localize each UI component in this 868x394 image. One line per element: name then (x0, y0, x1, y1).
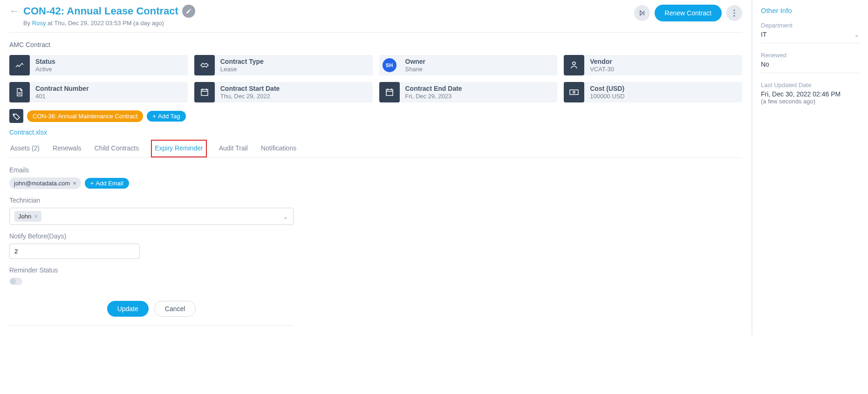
contract-number-card: Contract Number 401 (9, 82, 188, 102)
user-icon (569, 60, 579, 70)
start-date-icon (194, 82, 215, 102)
contract-type-card: Contract Type Lease (194, 55, 373, 75)
emails-label: Emails (9, 166, 294, 174)
department-label: Department (761, 22, 860, 29)
chart-line-icon (14, 60, 25, 70)
last-updated-ago: (a few seconds ago) (761, 98, 860, 105)
last-updated-label: Last Updated Date (761, 82, 860, 88)
add-tag-button[interactable]: + Add Tag (147, 111, 185, 122)
renewed-label: Renewed (761, 52, 860, 59)
tab-assets[interactable]: Assets (2) (9, 140, 41, 157)
end-date-icon (379, 82, 400, 102)
handshake-icon (199, 60, 210, 70)
cost-icon (564, 82, 584, 102)
technician-label: Technician (9, 197, 294, 204)
tab-child-contracts[interactable]: Child Contracts (94, 140, 140, 157)
notify-before-input[interactable] (9, 244, 140, 259)
author-link[interactable]: Rosy (32, 20, 46, 27)
last-updated-value: Fri, Dec 30, 2022 02:46 PM (761, 90, 860, 98)
tag-icon (9, 109, 23, 123)
vendor-icon (564, 55, 584, 75)
document-icon (15, 88, 24, 97)
update-button[interactable]: Update (107, 301, 149, 317)
owner-card: SH Owner Shane (379, 55, 558, 75)
attachment-link[interactable]: Contract.xlsx (9, 129, 47, 136)
svg-point-7 (573, 91, 575, 93)
status-card: Status Active (9, 55, 188, 75)
department-select[interactable]: IT ⌄ (761, 31, 860, 38)
tag-row: CON-36: Annual Maintenance Contract + Ad… (9, 109, 742, 123)
svg-point-1 (734, 13, 735, 14)
email-chip: john@motadata.com × (9, 177, 81, 189)
reminder-status-label: Reminder Status (9, 266, 294, 274)
page-title: CON-42: Annual Lease Contract (23, 5, 178, 17)
more-actions-button[interactable] (726, 5, 742, 21)
start-date-card: Contract Start Date Thu, Dec 29, 2022 (194, 82, 373, 102)
related-contract-chip[interactable]: CON-36: Annual Maintenance Contract (27, 110, 143, 122)
plus-icon: + (90, 180, 94, 187)
end-date-card: Contract End Date Fri, Dec 29, 2023 (379, 82, 558, 102)
plus-icon: + (152, 113, 156, 120)
page-header: ← CON-42: Annual Lease Contract By Rosy … (9, 5, 742, 33)
vendor-card: Vendor VCAT-30 (564, 55, 742, 75)
tab-expiry-reminder[interactable]: Expiry Reminder (151, 140, 206, 157)
back-arrow-icon[interactable]: ← (9, 5, 20, 17)
svg-point-2 (734, 15, 735, 17)
add-email-button[interactable]: + Add Email (85, 178, 129, 189)
other-info-sidebar: Other Info Department IT ⌄ Renewed No La… (752, 0, 868, 335)
technician-chip: John × (14, 211, 41, 222)
sidebar-title: Other Info (761, 7, 860, 14)
renewed-value: No (761, 61, 860, 68)
pencil-icon (185, 8, 192, 14)
money-icon (569, 88, 579, 97)
svg-rect-4 (201, 89, 208, 95)
remove-email-icon[interactable]: × (73, 180, 76, 187)
contract-number-icon (9, 82, 30, 102)
svg-point-3 (573, 62, 575, 65)
svg-rect-5 (386, 89, 393, 95)
calendar-icon (385, 88, 394, 97)
cancel-button[interactable]: Cancel (154, 301, 196, 317)
chevron-down-icon: ⌄ (854, 31, 860, 38)
toggle-knob (10, 279, 16, 284)
reminder-status-toggle[interactable] (9, 278, 22, 285)
chevron-down-icon: ⌄ (283, 213, 288, 220)
tag-shape-icon (12, 112, 21, 120)
status-icon (9, 55, 30, 75)
technician-select[interactable]: John × ⌄ (9, 208, 294, 225)
svg-rect-6 (570, 90, 578, 95)
tab-notifications[interactable]: Notifications (260, 140, 297, 157)
remove-technician-icon[interactable]: × (34, 213, 38, 220)
tab-audit-trail[interactable]: Audit Trail (218, 140, 249, 157)
more-vertical-icon (733, 9, 735, 17)
cost-card: Cost (USD) 100000 USD (564, 82, 742, 102)
calendar-icon (200, 88, 209, 97)
owner-avatar: SH (383, 58, 396, 72)
page-subtitle: By Rosy at Thu, Dec 29, 2022 03:53 PM (a… (23, 20, 195, 27)
skip-button[interactable] (634, 5, 650, 21)
renew-contract-button[interactable]: Renew Contract (655, 5, 722, 21)
contract-type-icon (194, 55, 215, 75)
notify-before-label: Notify Before(Days) (9, 232, 294, 240)
tab-renewals[interactable]: Renewals (52, 140, 82, 157)
tab-bar: Assets (2) Renewals Child Contracts Expi… (9, 140, 742, 158)
skip-forward-icon (639, 10, 645, 16)
svg-point-0 (734, 10, 735, 11)
edit-button[interactable] (182, 5, 195, 18)
contract-category: AMC Contract (9, 41, 742, 48)
